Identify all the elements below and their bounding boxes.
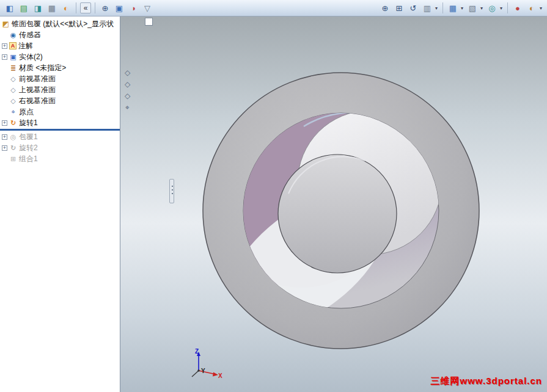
featuremanager-icon[interactable]: ◧ [4, 2, 16, 14]
watermark-text: 三维网www.3dportal.cn [431, 376, 542, 387]
configurationmanager-icon[interactable]: ◨ [32, 2, 44, 14]
tree-item-label: 组合1 [19, 154, 38, 164]
expand-icon[interactable]: + [2, 134, 7, 140]
tree-item-label: 传感器 [19, 30, 41, 40]
dropdown-arrow-icon[interactable]: ▾ [460, 5, 464, 11]
expand-icon[interactable]: + [2, 120, 7, 126]
sensor-icon: ◉ [9, 31, 17, 39]
tree-item-label: 实体(2) [19, 52, 43, 62]
tree-item-label: 原点 [19, 107, 34, 117]
triad-x-label: X [218, 372, 222, 379]
graphics-area[interactable]: ◇ ◇ ◇ ⌖ Z X Y 三维网www.3dportal.cn [120, 16, 547, 392]
tree-item-revolve2[interactable]: + ↻ 旋转2 [0, 142, 120, 153]
part-icon: ◩ [2, 20, 10, 28]
flyout-plane-icon[interactable]: ◇ [123, 79, 132, 89]
revolve-icon: ↻ [9, 144, 17, 152]
section-view-icon[interactable]: ▥ [421, 2, 433, 14]
flyout-plane-icon[interactable]: ◇ [123, 91, 132, 100]
zoom-area-icon[interactable]: ⊞ [393, 2, 405, 14]
flyout-plane-icon[interactable]: ◇ [123, 68, 132, 77]
material-icon: ≣ [9, 64, 17, 72]
tree-item-label: 右视基准面 [19, 96, 56, 106]
featuremanager-tree-panel: ◩ 锥面包覆 (默认<<默认>_显示状 ◉ 传感器 + A 注解 + ▣ 实体(… [0, 16, 120, 392]
display-manager-icon[interactable]: ◐ [60, 2, 72, 14]
display-pane-collapse[interactable] [145, 18, 153, 26]
tree-item-label: 前视基准面 [19, 74, 56, 84]
collapse-panel-button[interactable]: « [80, 2, 91, 13]
tree-item-annotations[interactable]: + A 注解 [0, 40, 120, 51]
dropdown-arrow-icon[interactable]: ▾ [538, 5, 543, 11]
tree-item-label: 旋转1 [19, 118, 38, 128]
toolbar-separator [507, 2, 508, 13]
expand-icon[interactable]: + [2, 43, 7, 49]
dimxpert-icon[interactable]: ▦ [46, 2, 58, 14]
dropdown-arrow-icon[interactable]: ▾ [499, 5, 504, 11]
main-toolbar: ◧ ▤ ◨ ▦ ◐ « ⊕ ▣ ◑ ▽ ⊕ ⊞ ↺ ▥ ▾ ▦ ▾ ▧ ▾ ◎ … [0, 0, 547, 16]
tree-item-wrap1[interactable]: + ◎ 包覆1 [0, 131, 120, 142]
hide-show-items-icon[interactable]: ◎ [486, 2, 498, 14]
apply-scene-icon[interactable]: ◐ [526, 2, 538, 14]
tree-item-part-root[interactable]: ◩ 锥面包覆 (默认<<默认>_显示状 [0, 18, 120, 29]
propertymanager-icon[interactable]: ▤ [18, 2, 30, 14]
tree-item-revolve1[interactable]: + ↻ 旋转1 [0, 117, 120, 128]
dropdown-arrow-icon[interactable]: ▾ [434, 5, 439, 11]
toolbar-separator [442, 2, 443, 13]
tree-item-label: 上视基准面 [19, 85, 56, 95]
expand-icon[interactable]: + [2, 145, 7, 151]
zoom-cursor-icon[interactable]: ⊕ [99, 2, 111, 14]
tree-item-combine1[interactable]: ⊞ 组合1 [0, 153, 120, 164]
tree-item-origin[interactable]: ⌖ 原点 [0, 106, 120, 117]
combine-icon: ⊞ [9, 155, 17, 163]
plane-icon: ◇ [9, 97, 17, 105]
part-name-label: 锥面包覆 (默认<<默认>_显示状 [12, 19, 114, 29]
plane-icon: ◇ [9, 75, 17, 83]
filter-icon[interactable]: ▽ [141, 2, 153, 14]
tree-item-label: 材质 <未指定> [19, 63, 66, 73]
tree-item-label: 注解 [18, 41, 33, 51]
view-cube-icon[interactable]: ▣ [113, 2, 125, 14]
triad-z-label: Z [195, 348, 199, 355]
toolbar-separator [95, 2, 95, 13]
toolbar-separator [76, 2, 76, 13]
revolve-icon: ↻ [9, 119, 17, 127]
flyout-tree-icons: ◇ ◇ ◇ ⌖ [123, 68, 132, 112]
splitter-grip-icon [172, 186, 173, 187]
tree-item-sensors[interactable]: ◉ 传感器 [0, 29, 120, 40]
triad-y-label: Y [201, 368, 205, 374]
wrap-icon: ◎ [9, 133, 17, 141]
model-core-cylinder[interactable] [278, 154, 397, 273]
previous-view-icon[interactable]: ↺ [407, 2, 419, 14]
expand-icon[interactable]: + [2, 54, 7, 60]
tree-item-top-plane[interactable]: ◇ 上视基准面 [0, 84, 120, 95]
tree-item-solid-bodies[interactable]: + ▣ 实体(2) [0, 51, 120, 62]
origin-icon: ⌖ [9, 108, 17, 116]
solid-bodies-icon: ▣ [9, 53, 17, 61]
dropdown-arrow-icon[interactable]: ▾ [479, 5, 484, 11]
edit-appearance-icon[interactable]: ● [512, 2, 524, 14]
rollback-bar[interactable] [0, 129, 120, 131]
zoom-in-out-icon[interactable]: ⊕ [379, 2, 391, 14]
panel-splitter[interactable] [169, 179, 174, 203]
display-style-icon[interactable]: ▧ [466, 2, 479, 14]
solidworks-window: ◧ ▤ ◨ ▦ ◐ « ⊕ ▣ ◑ ▽ ⊕ ⊞ ↺ ▥ ▾ ▦ ▾ ▧ ▾ ◎ … [0, 0, 547, 392]
model-3d[interactable] [120, 16, 547, 392]
annotations-icon: A [9, 42, 17, 49]
plane-icon: ◇ [9, 86, 17, 94]
tree-item-front-plane[interactable]: ◇ 前视基准面 [0, 73, 120, 84]
tree-item-label: 包覆1 [19, 132, 38, 142]
flyout-origin-icon[interactable]: ⌖ [123, 103, 132, 112]
tree-item-material[interactable]: ≣ 材质 <未指定> [0, 62, 120, 73]
appearance-sphere-icon[interactable]: ◑ [127, 2, 139, 14]
orientation-triad: Z X Y [182, 346, 224, 389]
tree-item-label: 旋转2 [19, 143, 38, 153]
view-orientation-icon[interactable]: ▦ [447, 2, 459, 14]
tree-item-right-plane[interactable]: ◇ 右视基准面 [0, 95, 120, 106]
